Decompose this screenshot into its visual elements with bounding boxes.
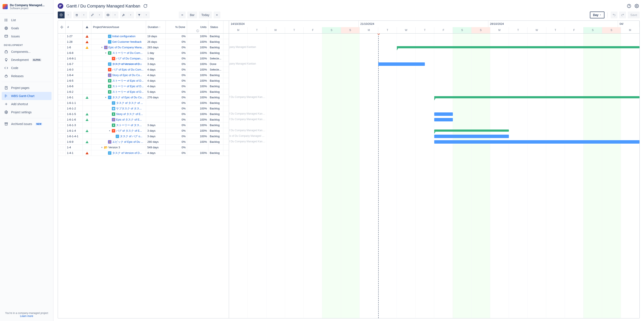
- table-row[interactable]: ⋮⋮ 1-6-6 ストーリー of Epic of D... 4 days 0%…: [58, 84, 229, 89]
- issue-link[interactable]: エピック of Epic of Du ...: [112, 140, 143, 144]
- drag-handle-icon[interactable]: ⋮⋮: [60, 35, 64, 38]
- collapse-icon[interactable]: ▾: [100, 46, 103, 48]
- issue-link[interactable]: ストーリー of Du Com...: [112, 51, 142, 55]
- issue-link[interactable]: Get Customer feedback: [112, 40, 142, 43]
- issue-link[interactable]: Initial configuration: [112, 35, 135, 38]
- gantt-row[interactable]: [229, 67, 640, 72]
- refresh-button[interactable]: [143, 4, 148, 8]
- issue-link[interactable]: バグ of Du Compan...: [116, 57, 142, 60]
- drag-handle-icon[interactable]: ⋮⋮: [60, 129, 64, 132]
- drag-handle-icon[interactable]: ⋮⋮: [60, 57, 64, 60]
- col-done[interactable]: % Done: [166, 21, 187, 33]
- next-period-button[interactable]: [214, 11, 220, 18]
- sidebar-item-code[interactable]: Code: [2, 64, 52, 72]
- gantt-chart[interactable]: 14/10/202421/10/202428/10/202404/ MTWTFS…: [229, 21, 640, 318]
- gantt-row[interactable]: f Du Company Managed Kanban: [229, 111, 640, 117]
- issue-link[interactable]: ストーリー of Epic of D...: [112, 84, 144, 88]
- zoom-select[interactable]: Day: [590, 11, 604, 18]
- drag-handle-icon[interactable]: ⋮⋮: [60, 107, 64, 110]
- gantt-row[interactable]: [229, 50, 640, 56]
- gantt-row[interactable]: ic of Du Company Managed Ka...: [229, 134, 640, 139]
- table-row[interactable]: ⋮⋮ 1-6-7 タスク of Version of D... 3 days 0…: [58, 61, 229, 67]
- gantt-bar[interactable]: [434, 96, 640, 98]
- drag-handle-icon[interactable]: ⋮⋮: [60, 101, 64, 104]
- col-duration[interactable]: Duration↑: [146, 21, 166, 33]
- project-header[interactable]: Du Company Managed... Software project: [0, 0, 53, 11]
- issue-link[interactable]: Epic of タスク of E...: [116, 118, 142, 122]
- view-button[interactable]: [104, 11, 112, 18]
- gantt-bar[interactable]: [434, 135, 509, 138]
- table-row[interactable]: ⋮⋮ 1-6-1-6 Epic of タスク of E... 0% 100% B…: [58, 117, 229, 122]
- drag-handle-icon[interactable]: ⋮⋮: [60, 96, 64, 99]
- sidebar-item-list[interactable]: List: [2, 16, 52, 24]
- table-row[interactable]: ⋮⋮ 1-6 ▾Epic of Du Company Mana... 283 d…: [58, 45, 229, 50]
- filter-button[interactable]: [136, 11, 142, 18]
- gantt-bar[interactable]: [434, 129, 509, 132]
- table-row[interactable]: ⋮⋮ 1-6-5 ストーリー of Epic of D... 4 days 0%…: [58, 78, 229, 84]
- table-row[interactable]: ⋮⋮ 1-6-1-4 ▾バグ of タスク of E... 3 days 0% …: [58, 128, 229, 134]
- gantt-row[interactable]: [229, 33, 640, 39]
- redo-button[interactable]: [619, 11, 626, 18]
- gantt-row[interactable]: [229, 78, 640, 84]
- gantt-bar[interactable]: [434, 112, 453, 116]
- drag-handle-icon[interactable]: ⋮⋮: [60, 68, 64, 71]
- drag-handle-icon[interactable]: ⋮⋮: [60, 79, 64, 82]
- table-row[interactable]: ⋮⋮ 1-6-1-1 タスク of タスク of ... 0% 100% Bac…: [58, 100, 229, 106]
- gantt-bar[interactable]: [378, 62, 425, 66]
- sidebar-item-project-pages[interactable]: Project pages: [2, 84, 52, 92]
- table-row[interactable]: ⋮⋮ 1-6-4 Story of Epic of Du Co... 4 day…: [58, 72, 229, 78]
- col-name[interactable]: Project/Version/Issue: [91, 21, 146, 33]
- gantt-row[interactable]: f Du Company Managed Kanban: [229, 117, 640, 122]
- table-row[interactable]: ⋮⋮ 1-6-3 バグ of Epic of Du Com... 4 days …: [58, 67, 229, 72]
- add-button[interactable]: [58, 11, 64, 18]
- col-status[interactable]: Status: [208, 21, 224, 33]
- table-row[interactable]: ⋮⋮ 1-4-1 タスク of Version of D... 4 days 0…: [58, 150, 229, 156]
- col-warning[interactable]: [83, 21, 91, 33]
- issue-link[interactable]: サブタスク of タス...: [116, 107, 142, 110]
- drag-handle-icon[interactable]: ⋮⋮: [60, 152, 64, 154]
- drag-handle-icon[interactable]: ⋮⋮: [60, 90, 64, 93]
- gantt-row[interactable]: [229, 145, 640, 150]
- table-row[interactable]: ⋮⋮ 1-6-1-3 ストーリー of タス... 3 days 0% 100%…: [58, 122, 229, 128]
- drag-handle-icon[interactable]: ⋮⋮: [60, 74, 64, 76]
- delete-dropdown[interactable]: [80, 11, 87, 18]
- sidebar-item-add-shortcut[interactable]: Add shortcut: [2, 100, 52, 108]
- drag-handle-icon[interactable]: ⋮⋮: [60, 40, 64, 43]
- gantt-row[interactable]: [229, 150, 640, 156]
- drag-handle-icon[interactable]: ⋮⋮: [60, 140, 64, 143]
- drag-handle-icon[interactable]: ⋮⋮: [60, 46, 64, 49]
- drag-handle-icon[interactable]: ⋮⋮: [60, 85, 64, 88]
- sidebar-item-releases[interactable]: Releases: [2, 72, 52, 80]
- collapse-icon[interactable]: ▾: [104, 96, 107, 98]
- table-row[interactable]: ⋮⋮ 1-6-1-2 サブタスク of タス... 0% 100% Backlo…: [58, 106, 229, 111]
- drag-handle-icon[interactable]: ⋮⋮: [60, 63, 64, 65]
- gantt-row[interactable]: [229, 100, 640, 106]
- table-row[interactable]: ⋮⋮ 1-6-8-1 バグ of Du Compan... 1 day 0% 1…: [58, 56, 229, 61]
- table-row[interactable]: ⋮⋮ 1-6-1-4-1 タスク of バグ o... 3 days 0% 10…: [58, 134, 229, 139]
- edit-button[interactable]: [89, 11, 96, 18]
- issue-link[interactable]: バグ of タスク of E...: [116, 129, 142, 133]
- table-row[interactable]: ⋮⋮ 1-27 Initial configuration 19 days 0%…: [58, 33, 229, 39]
- gantt-row[interactable]: f Du Company Managed Kanban: [229, 139, 640, 145]
- issue-link[interactable]: タスク of Version of D...: [112, 62, 142, 66]
- table-row[interactable]: ⋮⋮ 1-6-1-5 Story of タスク of E... 0% 100% …: [58, 111, 229, 117]
- drag-handle-icon[interactable]: ⋮⋮: [60, 118, 64, 121]
- today-button[interactable]: Today: [199, 11, 212, 18]
- drag-handle-icon[interactable]: ⋮⋮: [60, 51, 64, 54]
- drag-handle-icon[interactable]: ⋮⋮: [60, 146, 64, 149]
- issue-link[interactable]: タスク of タスク of ...: [116, 101, 143, 105]
- help-icon[interactable]: ⓘ: [196, 29, 199, 33]
- help-button[interactable]: [626, 3, 632, 9]
- gantt-bar[interactable]: [434, 118, 453, 121]
- collapse-icon[interactable]: ▾: [104, 52, 107, 54]
- issue-link[interactable]: タスク of Version of D...: [112, 151, 142, 155]
- sidebar-item-wbs-gantt-chart[interactable]: WBS Gantt-Chart: [2, 92, 52, 100]
- sidebar-item-project-settings[interactable]: Project settings: [2, 108, 52, 116]
- gantt-row[interactable]: [229, 122, 640, 128]
- bar-button[interactable]: Bar: [187, 11, 197, 18]
- collapse-icon[interactable]: ▾: [100, 146, 103, 149]
- issue-link[interactable]: Version 3: [108, 146, 120, 149]
- issue-link[interactable]: バグ of Epic of Du Com...: [112, 68, 144, 72]
- gantt-row[interactable]: [229, 84, 640, 89]
- tools-button[interactable]: [120, 11, 127, 18]
